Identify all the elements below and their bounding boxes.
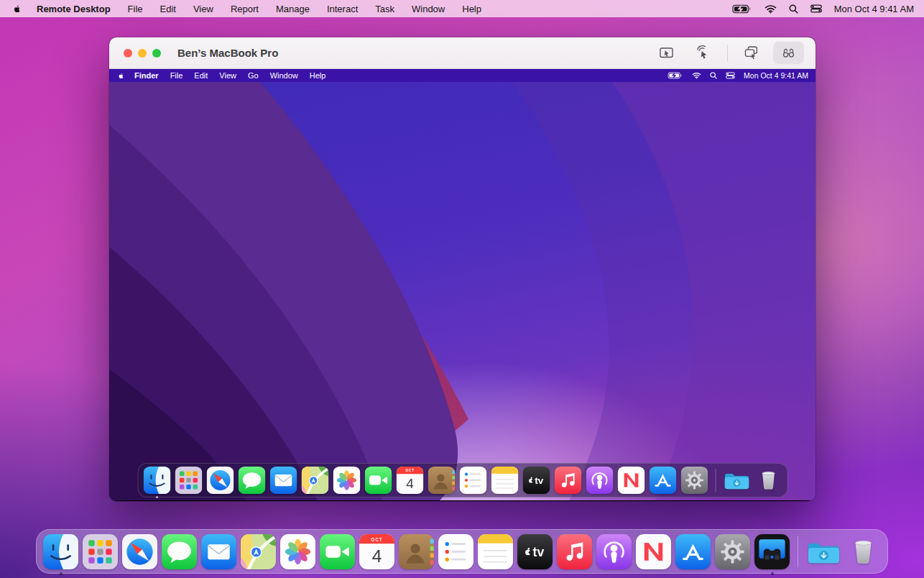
calendar-icon <box>359 534 394 569</box>
mail-icon <box>201 534 236 569</box>
dock-item-downloads[interactable] <box>723 467 750 494</box>
dock-item-trash[interactable] <box>846 534 881 569</box>
dock-item-downloads[interactable] <box>806 534 841 569</box>
menu-file[interactable]: File <box>119 4 152 14</box>
dock-item-launchpad[interactable] <box>175 467 202 494</box>
remote-control-center-icon[interactable] <box>726 72 735 79</box>
traffic-lights <box>109 49 161 58</box>
observe-button[interactable] <box>773 42 804 64</box>
apple-menu-icon[interactable] <box>13 4 22 14</box>
dock-item-messages[interactable] <box>238 467 265 494</box>
dock-item-trash[interactable] <box>754 467 782 494</box>
dock-item-music[interactable] <box>554 467 581 494</box>
dock-item-tv[interactable] <box>522 467 550 494</box>
calendar-icon <box>396 467 423 494</box>
dock-item-messages[interactable] <box>162 534 197 569</box>
dock-item-facetime[interactable] <box>364 467 392 494</box>
remote-spotlight-search-icon[interactable] <box>710 72 717 79</box>
dock-item-app-store[interactable] <box>675 534 711 569</box>
window-title-bar[interactable]: Ben’s MacBook Pro <box>109 37 816 69</box>
remote-menu-bar-clock[interactable]: Mon Oct 4 9:41 AM <box>744 71 808 80</box>
dock-item-photos[interactable] <box>333 467 360 494</box>
menu-help[interactable]: Help <box>304 71 332 80</box>
remote-screen-view[interactable]: FinderFileEditViewGoWindowHelp Mon Oct 4… <box>109 69 816 500</box>
dock-item-news[interactable] <box>617 467 645 494</box>
tv-icon <box>522 467 550 494</box>
dock-item-reminders[interactable] <box>438 534 473 569</box>
dock-item-finder[interactable] <box>143 467 170 494</box>
dock-item-system-preferences[interactable] <box>680 467 708 494</box>
remote-menu-left: FinderFileEditViewGoWindowHelp <box>118 71 331 80</box>
dock-item-notes[interactable] <box>491 467 518 494</box>
menu-manage[interactable]: Manage <box>267 4 318 14</box>
window-toolbar <box>651 42 816 64</box>
menu-bar-clock[interactable]: Mon Oct 4 9:41 AM <box>834 4 914 14</box>
dock-item-finder[interactable] <box>43 534 78 569</box>
dock-item-photos[interactable] <box>280 534 315 569</box>
control-center-icon[interactable] <box>810 4 822 13</box>
menu-edit[interactable]: Edit <box>152 4 185 14</box>
dock-item-mail[interactable] <box>269 467 297 494</box>
toolbar-divider <box>727 45 728 62</box>
dock-item-calendar[interactable] <box>396 467 423 494</box>
contacts-icon <box>399 534 434 569</box>
dock-item-reminders[interactable] <box>459 467 486 494</box>
dock-item-maps[interactable] <box>241 534 276 569</box>
notes-icon <box>491 467 518 494</box>
dock-item-safari[interactable] <box>206 467 234 494</box>
click-pointer-button[interactable] <box>688 42 719 64</box>
dock-item-mail[interactable] <box>201 534 236 569</box>
dock-item-app-store[interactable] <box>649 467 676 494</box>
menu-edit[interactable]: Edit <box>188 71 213 80</box>
dock-item-podcasts[interactable] <box>596 534 632 569</box>
messages-icon <box>162 534 197 569</box>
menu-file[interactable]: File <box>165 71 189 80</box>
dock-item-calendar[interactable] <box>359 534 394 569</box>
dock-item-launchpad[interactable] <box>83 534 118 569</box>
minimize-button[interactable] <box>138 49 147 58</box>
dock-item-contacts[interactable] <box>399 534 434 569</box>
music-icon <box>557 534 592 569</box>
dock-item-notes[interactable] <box>478 534 513 569</box>
menu-interact[interactable]: Interact <box>318 4 366 14</box>
remote-dock <box>137 463 787 497</box>
menu-task[interactable]: Task <box>366 4 403 14</box>
safari-icon <box>206 467 234 494</box>
menu-finder[interactable]: Finder <box>129 71 165 80</box>
menu-help[interactable]: Help <box>453 4 490 14</box>
dock-item-tv[interactable] <box>517 534 553 569</box>
dock-item-contacts[interactable] <box>428 467 455 494</box>
menu-remote-desktop[interactable]: Remote Desktop <box>28 4 119 14</box>
dock-item-remote-desktop[interactable] <box>754 534 790 569</box>
menu-view[interactable]: View <box>213 71 242 80</box>
wifi-icon[interactable] <box>764 4 777 14</box>
menu-report[interactable]: Report <box>222 4 267 14</box>
spotlight-search-icon[interactable] <box>789 4 798 14</box>
host-menus: Remote DesktopFileEditViewReportManageIn… <box>28 4 490 14</box>
menu-window[interactable]: Window <box>264 71 304 80</box>
remote-wifi-icon[interactable] <box>692 72 701 79</box>
remote-apple-menu-icon[interactable] <box>118 72 125 80</box>
dock-item-facetime[interactable] <box>320 534 355 569</box>
close-button[interactable] <box>124 49 132 58</box>
maps-icon <box>301 467 328 494</box>
running-indicator <box>771 572 774 575</box>
remote-wallpaper-shapes <box>109 82 816 500</box>
dock-item-safari[interactable] <box>122 534 157 569</box>
host-menu-left: Remote DesktopFileEditViewReportManageIn… <box>13 4 490 14</box>
mail-icon <box>269 467 297 494</box>
dock-item-podcasts[interactable] <box>586 467 613 494</box>
menu-view[interactable]: View <box>185 4 222 14</box>
menu-go[interactable]: Go <box>242 71 264 80</box>
dock-item-system-preferences[interactable] <box>715 534 750 569</box>
screen-control-button[interactable] <box>651 42 682 64</box>
dock-item-news[interactable] <box>636 534 671 569</box>
dock-item-music[interactable] <box>557 534 592 569</box>
remote-battery-icon[interactable] <box>667 72 683 79</box>
zoom-button[interactable] <box>152 49 161 58</box>
dock-item-maps[interactable] <box>301 467 328 494</box>
share-screen-button[interactable] <box>736 42 767 64</box>
menu-window[interactable]: Window <box>403 4 453 14</box>
battery-icon[interactable] <box>732 4 752 14</box>
dock-separator <box>798 536 798 567</box>
